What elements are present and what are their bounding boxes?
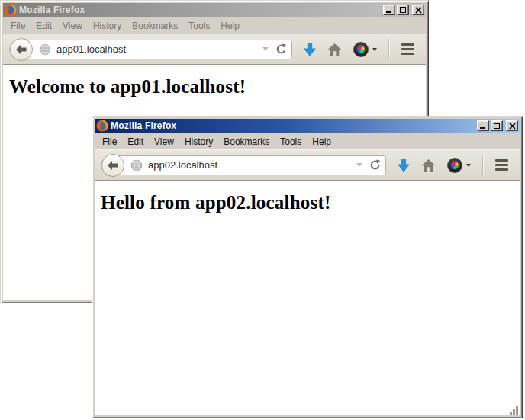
titlebar[interactable]: Mozilla Firefox	[3, 3, 426, 17]
menu-history[interactable]: History	[88, 20, 127, 32]
maximize-button[interactable]	[397, 5, 409, 15]
page-heading: Welcome to app01.localhost!	[9, 76, 420, 98]
hamburger-icon	[495, 159, 508, 171]
menu-edit[interactable]: Edit	[122, 136, 149, 148]
minimize-button[interactable]	[477, 120, 489, 131]
menu-bookmarks[interactable]: Bookmarks	[127, 20, 183, 32]
window-controls	[477, 120, 518, 131]
dropdown-caret-icon	[372, 48, 377, 51]
menu-view[interactable]: View	[57, 20, 88, 32]
menu-button[interactable]	[491, 156, 513, 174]
menu-help[interactable]: Help	[215, 20, 245, 32]
menu-file[interactable]: File	[97, 136, 122, 148]
urlbar-dropdown-icon[interactable]	[356, 163, 362, 167]
lens-addon-icon	[447, 158, 462, 173]
minimize-icon	[386, 11, 391, 13]
lens-addon-button[interactable]	[447, 158, 471, 173]
home-icon	[327, 43, 342, 56]
download-icon	[304, 43, 316, 56]
navigation-toolbar: app01.localhost	[3, 34, 426, 64]
urlbar-dropdown-icon[interactable]	[262, 47, 269, 51]
home-icon	[421, 159, 436, 172]
menu-bookmarks[interactable]: Bookmarks	[218, 136, 275, 148]
hamburger-icon	[401, 43, 414, 55]
close-button[interactable]	[506, 120, 518, 131]
page-heading: Hello from app02.localhost!	[101, 192, 514, 213]
menu-history[interactable]: History	[179, 136, 218, 148]
reload-icon	[369, 159, 381, 171]
menu-view[interactable]: View	[149, 136, 179, 148]
maximize-icon	[400, 7, 406, 13]
download-icon	[398, 159, 410, 172]
back-icon	[108, 161, 118, 170]
address-input[interactable]: app01.localhost	[9, 40, 292, 59]
site-identity-globe-icon[interactable]	[39, 43, 51, 56]
resize-grip-icon	[509, 406, 519, 415]
menu-file[interactable]: File	[5, 20, 31, 32]
menu-edit[interactable]: Edit	[31, 20, 57, 32]
menubar: File Edit View History Bookmarks Tools H…	[95, 133, 520, 149]
window-title: Mozilla Firefox	[19, 5, 381, 15]
firefox-icon[interactable]	[5, 4, 17, 16]
minimize-button[interactable]	[383, 5, 395, 15]
firefox-window-app02: Mozilla Firefox File Edit View History B…	[92, 116, 523, 418]
page-content: Hello from app02.localhost!	[95, 180, 520, 415]
address-input[interactable]: app02.localhost	[101, 155, 386, 175]
maximize-button[interactable]	[491, 120, 503, 131]
resize-grip[interactable]	[509, 405, 519, 415]
lens-addon-icon	[353, 42, 369, 57]
reload-button[interactable]	[275, 43, 287, 55]
maximize-icon	[494, 123, 500, 129]
dropdown-caret-icon	[466, 164, 471, 167]
home-button[interactable]	[327, 43, 342, 56]
window-title: Mozilla Firefox	[111, 120, 475, 131]
firefox-icon[interactable]	[96, 120, 108, 132]
back-button[interactable]	[101, 154, 124, 177]
menubar: File Edit View History Bookmarks Tools H…	[3, 17, 426, 34]
menu-button[interactable]	[397, 40, 419, 58]
window-controls	[383, 5, 424, 15]
back-button[interactable]	[10, 38, 33, 61]
toolbar-separator	[388, 39, 389, 59]
toolbar-separator	[482, 155, 483, 175]
url-value: app02.localhost	[148, 159, 353, 171]
reload-button[interactable]	[369, 159, 381, 171]
close-button[interactable]	[412, 5, 424, 15]
navigation-toolbar: app02.localhost	[95, 149, 520, 180]
download-button[interactable]	[398, 159, 410, 172]
menu-tools[interactable]: Tools	[183, 20, 215, 32]
reload-icon	[275, 43, 287, 55]
titlebar[interactable]: Mozilla Firefox	[95, 119, 520, 133]
menu-help[interactable]: Help	[307, 136, 337, 148]
menu-tools[interactable]: Tools	[275, 136, 307, 148]
minimize-icon	[480, 127, 485, 129]
lens-addon-button[interactable]	[353, 42, 377, 57]
download-button[interactable]	[304, 43, 316, 56]
url-value: app01.localhost	[56, 43, 259, 55]
home-button[interactable]	[421, 159, 436, 172]
back-icon	[16, 45, 27, 54]
site-identity-globe-icon[interactable]	[130, 159, 143, 172]
